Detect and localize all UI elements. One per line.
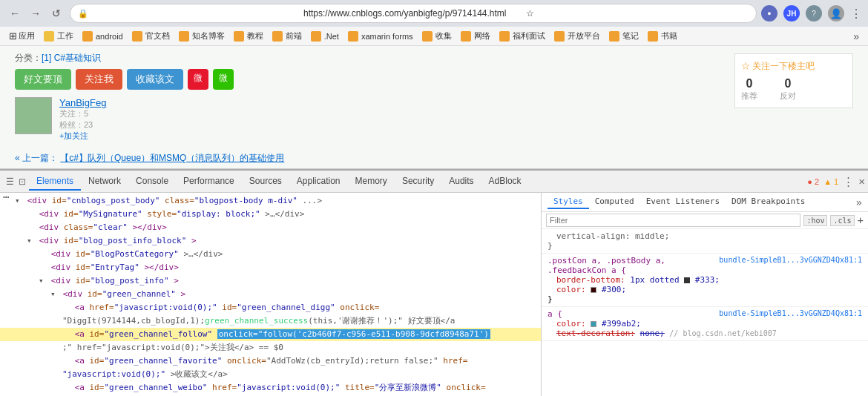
devtools-right-icons: ● 2 ▲ 1 ⋮ ×: [807, 175, 865, 188]
back-button[interactable]: ←: [6, 4, 24, 22]
cls-button[interactable]: .cls: [830, 215, 854, 226]
dom-line-highlighted[interactable]: <a id="green_channel_follow" onclick="fo…: [0, 328, 541, 341]
prev-article-link[interactable]: 【c#】队列（Queue）和MSMQ（消息队列）的基础使用: [60, 153, 284, 163]
tab-computed[interactable]: Computed: [589, 195, 640, 209]
dom-line[interactable]: <div id="EntryTag" ></div>: [0, 261, 541, 274]
folder-icon: [311, 31, 321, 42]
tab-sources[interactable]: Sources: [242, 173, 289, 191]
tab-security[interactable]: Security: [395, 173, 441, 191]
dom-line[interactable]: <a id="green_channel_favorite" onclick="…: [0, 354, 541, 368]
bookmark-label: 官文档: [145, 30, 170, 42]
author-info: YanBigFeg 关注：5 粉丝：23 +加关注: [59, 97, 106, 142]
tab-elements[interactable]: Elements: [29, 173, 81, 191]
star-icon[interactable]: ☆: [526, 8, 749, 19]
tab-performance[interactable]: Performance: [176, 173, 242, 191]
bookmark-jiaocheng[interactable]: 教程: [231, 30, 266, 42]
tab-event-listeners[interactable]: Event Listeners: [640, 195, 726, 209]
category-line: 分类：[1] C#基础知识: [15, 52, 853, 65]
tab-network[interactable]: Network: [81, 173, 128, 191]
profile-icon[interactable]: JH: [783, 5, 800, 22]
dom-line[interactable]: ▸ <div id="BlogPostCategory" >…</div>: [0, 248, 541, 261]
folder-icon: [272, 31, 283, 42]
bookmark-label: 教程: [247, 30, 263, 42]
bookmark-qianduan[interactable]: 前端: [269, 30, 305, 42]
tab-adblock[interactable]: AdBlock: [481, 173, 529, 191]
dom-line[interactable]: "javascript:void(0);" >收藏该文</a>: [0, 368, 541, 381]
good-article-button[interactable]: 好文要顶: [15, 69, 71, 90]
devtools-controls-icon-1[interactable]: ☰: [6, 176, 14, 187]
bookmark-label: android: [96, 32, 123, 41]
browser-chrome: ← → ↺ 🔒 https://www.cnblogs.com/yanbigfe…: [0, 0, 868, 46]
add-follow-link[interactable]: +加关注: [59, 131, 106, 142]
weibo-icon[interactable]: 微: [188, 69, 208, 90]
devtools-more-btn[interactable]: ⋮: [843, 175, 854, 188]
dom-line[interactable]: <div id="green_channel" >: [0, 288, 541, 301]
filter-input[interactable]: [546, 214, 800, 227]
bookmark-biji[interactable]: 笔记: [606, 30, 642, 42]
bookmark-dotnet[interactable]: .Net: [308, 30, 342, 42]
dom-line[interactable]: <div class="clear" ></div>: [0, 221, 541, 234]
dom-line[interactable]: ▸ <div id="MySignature" style="display: …: [0, 208, 541, 221]
address-bar[interactable]: 🔒 https://www.cnblogs.com/yanbigfeg/p/97…: [70, 4, 757, 23]
folder-icon: [609, 31, 619, 42]
extension-icon-2[interactable]: ?: [806, 5, 822, 22]
reload-button[interactable]: ↺: [47, 4, 65, 22]
tab-console[interactable]: Console: [128, 173, 176, 191]
recommend-count: 0: [741, 77, 757, 90]
dom-line[interactable]: <div id="cnblogs_post_body" class="blogp…: [0, 194, 541, 208]
add-style-button[interactable]: +: [858, 214, 864, 226]
dom-line[interactable]: ;" href="javascript:void(0);">关注我</a> ==…: [0, 341, 541, 354]
bookmark-shouji[interactable]: 收集: [419, 30, 455, 42]
prev-link: « 上一篇： 【c#】队列（Queue）和MSMQ（消息队列）的基础使用: [15, 152, 853, 165]
page-area: 分类：[1] C#基础知识 好文要顶 关注我 收藏该文 微 微 YanBigFe…: [0, 46, 868, 396]
dom-expand-dots[interactable]: …: [3, 193, 9, 200]
triangle-icon: [50, 288, 58, 300]
dom-line[interactable]: "DiggIt(9714144,cb_blogId,1);green_chann…: [0, 314, 541, 328]
author-name[interactable]: YanBigFeg: [59, 97, 106, 108]
devtools-close-btn[interactable]: ×: [858, 175, 865, 188]
follow-counts: 0 推荐 0 反对: [741, 77, 846, 102]
browser-icons: ● JH ? 👤 ⋮: [761, 5, 862, 22]
bookmark-xamarin[interactable]: xamarin forms: [345, 30, 416, 42]
tab-memory[interactable]: Memory: [348, 173, 395, 191]
tab-audits[interactable]: Audits: [441, 173, 481, 191]
browser-more-icon[interactable]: ⋮: [850, 7, 862, 21]
bookmark-android[interactable]: android: [79, 30, 126, 42]
tab-dom-breakpoints[interactable]: DOM Breakpoints: [726, 195, 811, 209]
bookmark-kaifang[interactable]: 开放平台: [551, 30, 603, 42]
bookmark-label: 笔记: [622, 30, 639, 42]
style-selector-1: .postCon a, .postBody a,: [548, 256, 665, 265]
category-link[interactable]: [1] C#基础知识: [42, 53, 101, 63]
webpage-content: 分类：[1] C#基础知识 好文要顶 关注我 收藏该文 微 微 YanBigFe…: [0, 46, 868, 168]
bookmarks-more[interactable]: »: [850, 30, 862, 43]
bookmark-fuli[interactable]: 福利面试: [496, 30, 548, 42]
styles-more-btn[interactable]: »: [856, 197, 862, 208]
hov-button[interactable]: :hov: [803, 215, 827, 226]
bookmark-apps[interactable]: ⊞ 应用: [6, 30, 38, 42]
oppose-label[interactable]: 反对: [780, 90, 796, 102]
browser-content: 分类：[1] C#基础知识 好文要顶 关注我 收藏该文 微 微 YanBigFe…: [0, 46, 868, 169]
collect-button[interactable]: 收藏该文: [127, 69, 183, 90]
tab-styles[interactable]: Styles: [548, 195, 589, 209]
tab-application[interactable]: Application: [289, 173, 348, 191]
bookmark-wangluo[interactable]: 网络: [458, 30, 493, 42]
devtools-controls-icon-2[interactable]: ⊡: [19, 176, 26, 187]
folder-icon: [648, 31, 658, 42]
dom-line[interactable]: <div id="blog_post_info" >: [0, 274, 541, 288]
bookmark-guanwendang[interactable]: 官文档: [129, 30, 173, 42]
account-icon[interactable]: 👤: [828, 5, 844, 22]
dom-line[interactable]: <div id="blog_post_info_block" >: [0, 234, 541, 248]
recommend-label[interactable]: 推荐: [741, 90, 757, 102]
dom-line[interactable]: <a href="javascript:void(0);" id="green_…: [0, 301, 541, 314]
wechat-icon[interactable]: 微: [213, 69, 234, 90]
style-source-2[interactable]: bundle-SimpleB1...3vGGNZD4Qx81:1: [719, 309, 862, 317]
bookmark-shujing[interactable]: 书籍: [645, 30, 680, 42]
devtools-dom-panel[interactable]: … <div id="cnblogs_post_body" class="blo…: [0, 193, 542, 396]
extension-icon-1[interactable]: ●: [761, 5, 777, 22]
forward-button[interactable]: →: [27, 4, 45, 22]
follow-button[interactable]: 关注我: [76, 69, 122, 90]
bookmark-zhiming[interactable]: 知名博客: [176, 30, 228, 42]
dom-line[interactable]: <a id="green_channel_weibo" href="javasc…: [0, 381, 541, 395]
bookmark-work[interactable]: 工作: [41, 30, 76, 42]
style-source-1[interactable]: bundle-SimpleB1...3vGGNZD4Qx81:1: [719, 256, 862, 264]
